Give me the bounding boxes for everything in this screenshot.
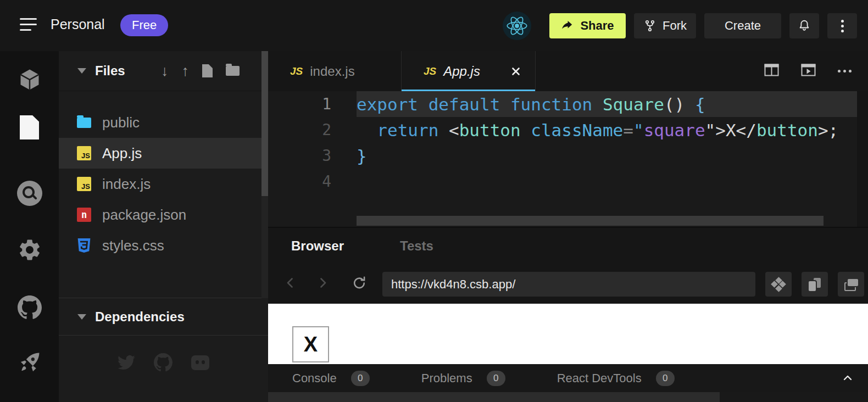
deploy-rocket-icon[interactable] xyxy=(0,349,59,376)
code-lines: 1export default function Square() {2 ret… xyxy=(268,91,868,194)
sandbox-cube-icon[interactable] xyxy=(0,66,59,93)
file-row-public[interactable]: public xyxy=(59,107,268,138)
code-line-1[interactable]: 1export default function Square() { xyxy=(268,91,868,117)
line-number: 4 xyxy=(268,172,357,191)
upload-icon[interactable]: ↑ xyxy=(182,64,190,79)
preview-pane-icon[interactable] xyxy=(801,64,816,79)
code-text xyxy=(357,169,857,194)
browser-navigation xyxy=(268,264,868,303)
notifications-button[interactable] xyxy=(789,13,819,38)
forward-icon[interactable] xyxy=(312,271,334,295)
twitter-icon[interactable] xyxy=(118,354,135,371)
layers-icon xyxy=(843,277,859,292)
npm-file-icon: n xyxy=(77,208,91,222)
dependencies-section-header[interactable]: Dependencies xyxy=(59,298,268,335)
count-badge: 0 xyxy=(487,371,505,386)
tab-browser[interactable]: Browser xyxy=(291,238,344,254)
preview-tabs: Browser Tests xyxy=(268,228,868,264)
codesandbox-app: Personal Free Share xyxy=(0,0,868,402)
refresh-icon[interactable] xyxy=(348,271,370,295)
back-icon[interactable] xyxy=(279,271,301,295)
editor-more-icon[interactable] xyxy=(838,70,852,72)
code-line-2[interactable]: 2 return <button className="square">X</b… xyxy=(268,117,868,143)
file-row-App-js[interactable]: JSApp.js xyxy=(59,138,268,169)
github-link-icon[interactable] xyxy=(154,353,173,372)
count-badge: 0 xyxy=(656,371,675,386)
file-row-package-json[interactable]: npackage.json xyxy=(59,199,268,230)
url-input[interactable] xyxy=(382,272,755,297)
copy-icon xyxy=(808,277,822,292)
top-header: Personal Free Share xyxy=(0,0,868,52)
fork-button[interactable]: Fork xyxy=(634,13,696,38)
file-label: App.js xyxy=(102,145,142,162)
settings-gear-icon[interactable] xyxy=(0,236,59,264)
line-number: 2 xyxy=(268,121,357,139)
menu-icon[interactable] xyxy=(20,18,38,32)
files-title: Files xyxy=(95,63,125,79)
browser-panel: Browser Tests xyxy=(268,227,868,402)
open-new-window-icon[interactable] xyxy=(838,272,864,297)
dependencies-title: Dependencies xyxy=(95,309,185,325)
create-button[interactable]: Create xyxy=(704,13,781,38)
folder-icon xyxy=(77,118,91,128)
close-tab-icon[interactable] xyxy=(511,66,521,76)
activity-rail xyxy=(0,51,59,402)
social-links xyxy=(59,353,268,372)
file-label: package.json xyxy=(102,206,186,224)
workspace-name[interactable]: Personal xyxy=(51,16,105,32)
js-file-icon: JS xyxy=(77,146,91,160)
search-icon[interactable] xyxy=(0,180,59,207)
code-line-4[interactable]: 4 xyxy=(268,169,868,194)
preview-actions-icon[interactable] xyxy=(765,272,792,297)
chevron-down-icon xyxy=(77,68,86,74)
diamond-grid-icon xyxy=(771,277,786,292)
fork-icon xyxy=(643,19,656,32)
vertical-scrollbar[interactable] xyxy=(857,91,868,227)
js-file-icon: JS xyxy=(77,177,91,191)
code-text: } xyxy=(357,143,857,169)
file-list: publicJSApp.jsJSindex.jsnpackage.jsonsty… xyxy=(59,107,268,261)
scrollbar-thumb[interactable] xyxy=(268,392,720,402)
tab-index-js[interactable]: JS index.js xyxy=(268,51,402,91)
new-folder-icon[interactable] xyxy=(226,66,240,76)
code-editor[interactable]: 1export default function Square() {2 ret… xyxy=(268,91,868,227)
overflow-menu-button[interactable] xyxy=(827,13,857,38)
new-file-icon[interactable] xyxy=(202,64,213,77)
file-label: public xyxy=(102,114,140,131)
duplicate-preview-icon[interactable] xyxy=(802,272,828,297)
chevron-up-icon[interactable] xyxy=(842,372,854,384)
line-number: 3 xyxy=(268,147,357,165)
files-panel-icon[interactable] xyxy=(0,114,59,141)
code-line-3[interactable]: 3} xyxy=(268,143,868,169)
files-section-header[interactable]: Files ↓ ↑ xyxy=(59,51,268,91)
kebab-menu-icon xyxy=(841,20,844,32)
file-row-styles-css[interactable]: styles.css xyxy=(59,230,268,261)
js-file-icon: JS xyxy=(290,65,303,77)
download-icon[interactable]: ↓ xyxy=(161,64,169,79)
devtools-tab-problems[interactable]: Problems xyxy=(421,371,472,386)
files-panel: Files ↓ ↑ publicJSApp.jsJSindex.jsnpacka… xyxy=(59,51,268,402)
files-scrollbar xyxy=(261,51,268,298)
file-label: index.js xyxy=(102,176,151,193)
scrollbar-thumb[interactable] xyxy=(261,51,268,196)
tab-app-js[interactable]: JS App.js xyxy=(402,51,536,91)
horizontal-scrollbar[interactable] xyxy=(357,216,824,226)
devtools-tab-console[interactable]: Console xyxy=(292,371,337,386)
share-arrow-icon xyxy=(561,19,574,32)
tab-tests[interactable]: Tests xyxy=(400,238,433,254)
devtools-bar: Console0Problems0React DevTools0 xyxy=(268,364,868,392)
react-logo-icon xyxy=(503,12,531,40)
square-x-button[interactable]: X xyxy=(292,326,329,362)
app-preview: X xyxy=(268,304,868,364)
main-area: JS index.js JS App.js xyxy=(268,51,868,402)
file-label: styles.css xyxy=(102,237,164,254)
divider xyxy=(59,335,268,336)
line-number: 1 xyxy=(268,95,357,113)
bottom-scrollbar xyxy=(268,392,868,402)
discord-icon[interactable] xyxy=(191,355,209,370)
split-view-icon[interactable] xyxy=(764,64,779,79)
share-button[interactable]: Share xyxy=(549,13,626,38)
github-icon[interactable] xyxy=(0,294,59,321)
devtools-tab-react-devtools[interactable]: React DevTools xyxy=(557,371,642,386)
file-row-index-js[interactable]: JSindex.js xyxy=(59,169,268,199)
